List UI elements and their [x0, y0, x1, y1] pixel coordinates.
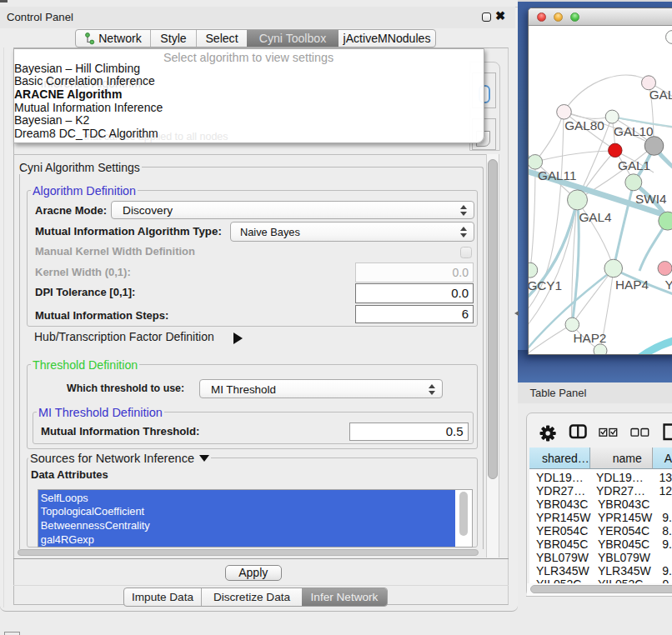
svg-text:Y: Y	[665, 278, 672, 292]
svg-text:GAL10: GAL10	[614, 124, 654, 138]
svg-text:GAL80: GAL80	[564, 118, 604, 132]
svg-text:GAL2: GAL2	[649, 88, 672, 102]
svg-text:GCY1: GCY1	[529, 278, 562, 292]
svg-text:SWI4: SWI4	[635, 192, 667, 206]
svg-text:HAP2: HAP2	[573, 331, 606, 345]
svg-text:GAL4: GAL4	[579, 210, 612, 224]
svg-text:HAP4: HAP4	[615, 278, 649, 292]
svg-text:GAL1: GAL1	[618, 158, 650, 172]
svg-text:GAL11: GAL11	[538, 168, 577, 182]
